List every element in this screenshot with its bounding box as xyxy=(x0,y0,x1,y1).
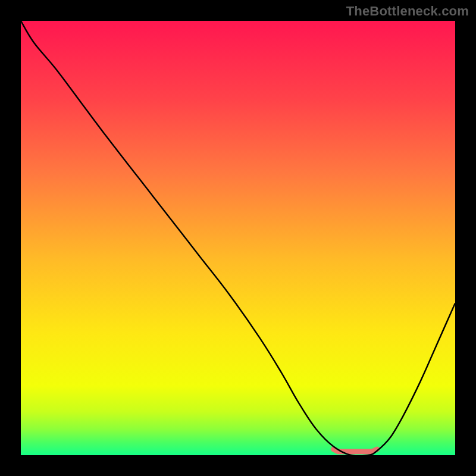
watermark-text: TheBottleneck.com xyxy=(346,4,469,19)
chart-frame: TheBottleneck.com xyxy=(0,0,476,476)
plot-area xyxy=(21,21,455,455)
curve-layer xyxy=(21,21,455,455)
bottleneck-curve xyxy=(21,21,455,455)
